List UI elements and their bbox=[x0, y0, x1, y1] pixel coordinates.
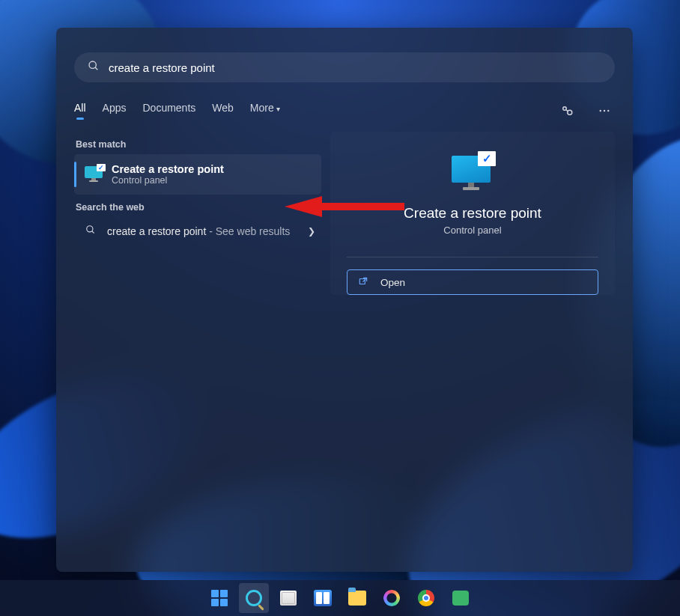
chevron-right-icon: ❯ bbox=[308, 226, 315, 237]
svg-point-8 bbox=[87, 226, 93, 232]
taskbar bbox=[0, 580, 680, 616]
divider bbox=[347, 257, 598, 257]
web-result-text: create a restore point - See web results bbox=[107, 225, 297, 237]
system-properties-icon: ✓ bbox=[85, 166, 103, 183]
svg-line-9 bbox=[92, 231, 94, 234]
search-tabs: All Apps Documents Web More▾ bbox=[74, 100, 615, 121]
result-title: Create a restore point bbox=[112, 163, 224, 175]
widgets-button[interactable] bbox=[308, 583, 338, 613]
search-box[interactable] bbox=[74, 52, 615, 82]
taskbar-search-button[interactable] bbox=[239, 583, 269, 613]
svg-point-6 bbox=[604, 110, 605, 112]
system-properties-icon: ✓ bbox=[449, 151, 496, 192]
messaging-button[interactable] bbox=[446, 583, 476, 613]
quick-search-button[interactable] bbox=[556, 100, 577, 121]
detail-pane: ✓ Create a restore point Control panel O… bbox=[330, 132, 615, 295]
tab-all[interactable]: All bbox=[74, 102, 86, 120]
start-button[interactable] bbox=[204, 583, 234, 613]
tab-web[interactable]: Web bbox=[212, 102, 234, 120]
search-panel: All Apps Documents Web More▾ Best match … bbox=[56, 28, 633, 572]
selection-indicator bbox=[74, 162, 76, 187]
chrome-button[interactable] bbox=[411, 583, 441, 613]
detail-subtitle: Control panel bbox=[443, 225, 501, 236]
task-view-button[interactable] bbox=[273, 583, 303, 613]
section-search-web: Search the web bbox=[76, 202, 321, 213]
svg-point-5 bbox=[600, 110, 601, 112]
search-icon bbox=[85, 225, 97, 238]
svg-point-7 bbox=[607, 110, 609, 112]
detail-title: Create a restore point bbox=[404, 205, 541, 222]
file-explorer-button[interactable] bbox=[342, 583, 372, 613]
tab-more[interactable]: More▾ bbox=[250, 102, 280, 120]
more-options-button[interactable] bbox=[594, 100, 615, 121]
open-button-label: Open bbox=[380, 277, 405, 288]
result-create-restore-point[interactable]: ✓ Create a restore point Control panel bbox=[74, 154, 321, 195]
web-result-row[interactable]: create a restore point - See web results… bbox=[74, 217, 321, 246]
svg-line-4 bbox=[566, 110, 568, 112]
result-subtitle: Control panel bbox=[112, 175, 224, 186]
chevron-down-icon: ▾ bbox=[276, 105, 280, 113]
open-external-icon bbox=[358, 276, 368, 289]
search-icon bbox=[88, 60, 100, 75]
tab-apps[interactable]: Apps bbox=[103, 102, 127, 120]
search-input[interactable] bbox=[109, 61, 601, 74]
svg-point-0 bbox=[89, 61, 96, 68]
svg-line-1 bbox=[95, 67, 97, 70]
svg-rect-10 bbox=[359, 278, 365, 284]
results-list: Best match ✓ Create a restore point Cont… bbox=[74, 132, 321, 295]
section-best-match: Best match bbox=[76, 139, 321, 150]
copilot-button[interactable] bbox=[377, 583, 407, 613]
open-button[interactable]: Open bbox=[347, 269, 598, 295]
tab-documents[interactable]: Documents bbox=[142, 102, 195, 120]
